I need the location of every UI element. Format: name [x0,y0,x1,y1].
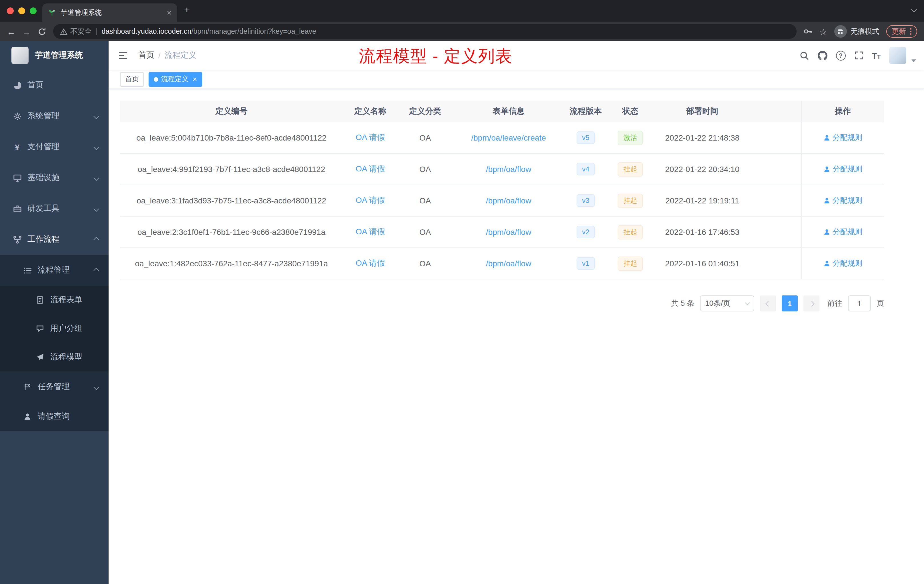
chrome-update-button[interactable]: 更新 [886,25,917,38]
sidebar-item-task-management[interactable]: 任务管理 [0,371,109,402]
breadcrumb: 首页 / 流程定义 [138,50,196,61]
assign-rule-link[interactable]: 分配规则 [823,195,862,206]
form-info-link[interactable]: /bpm/oa/flow [486,196,531,205]
new-tab-button[interactable]: + [184,5,190,16]
form-info-link[interactable]: /bpm/oa/flow [486,228,531,237]
definition-id: oa_leave:2:3c1f0ef1-76b1-11ec-9c66-a2380… [120,216,343,247]
column-header: 表单信息 [452,101,564,122]
definition-name-link[interactable]: OA 请假 [356,227,385,237]
tab-search-chevron-icon[interactable] [911,7,917,12]
prev-page-button[interactable] [760,295,776,312]
reload-button[interactable] [38,27,46,36]
address-bar[interactable]: 不安全 | dashboard.yudao.iocoder.cn/bpm/man… [53,24,797,39]
assign-rule-label: 分配规则 [833,227,862,237]
tag-close-icon[interactable]: × [193,76,197,83]
tab-title: 芋道管理系统 [61,8,162,17]
window-zoom-button[interactable] [30,7,36,14]
user-icon [823,260,830,267]
page-unit-label: 页 [876,298,884,308]
browser-tab-strip: 芋道管理系统 × + [0,0,924,22]
sidebar-item-system[interactable]: 系统管理 [0,101,109,132]
sidebar-item-process-model[interactable]: 流程模型 [0,343,109,371]
security-label: 不安全 [70,26,92,36]
definition-id: oa_leave:3:1fad3d93-7b75-11ec-a3c8-acde4… [120,185,343,216]
help-icon[interactable]: ? [836,51,845,60]
incognito-label: 无痕模式 [851,26,879,36]
current-page-button[interactable]: 1 [782,295,798,312]
chevron-down-icon [93,206,99,211]
hamburger-icon[interactable] [118,50,128,61]
column-header: 定义编号 [120,101,343,122]
definition-name-link[interactable]: OA 请假 [356,195,385,206]
sidebar-item-label: 研发工具 [27,203,59,214]
incognito-icon [834,25,846,38]
chevron-down-icon [93,144,99,150]
flag-icon [23,383,32,391]
menu-dots-icon[interactable] [910,28,911,35]
tag-process-definition[interactable]: 流程定义 × [148,72,202,87]
column-header: 定义名称 [343,101,398,122]
definition-name-link[interactable]: OA 请假 [356,258,385,269]
tag-home[interactable]: 首页 [120,72,144,87]
page-size-value: 10条/页 [705,298,730,308]
form-info-link[interactable]: /bpm/oa/flow [486,165,531,174]
tab-close-icon[interactable]: × [167,8,172,16]
github-icon[interactable] [817,51,827,60]
goto-page-input[interactable] [848,295,871,312]
form-info-link[interactable]: /bpm/oa/flow [486,259,531,268]
fullscreen-icon[interactable] [854,51,863,60]
assign-rule-label: 分配规则 [833,164,862,174]
definition-name-link[interactable]: OA 请假 [356,164,385,174]
window-close-button[interactable] [7,7,14,14]
bookmark-star-icon[interactable]: ☆ [819,27,827,36]
yen-icon: ¥ [13,142,22,152]
avatar[interactable] [889,47,906,64]
assign-rule-link[interactable]: 分配规则 [823,227,862,237]
avatar-caret-icon[interactable] [911,59,916,62]
page-size-select[interactable]: 10条/页 [700,295,754,312]
warning-icon [60,28,68,35]
next-page-button[interactable] [804,295,819,312]
assign-rule-link[interactable]: 分配规则 [823,258,862,269]
url-separator: | [96,27,98,35]
chevron-down-icon [93,175,99,181]
assign-rule-link[interactable]: 分配规则 [823,164,862,174]
chevron-down-icon [93,384,99,390]
status-badge: 激活 [618,130,643,145]
password-key-icon[interactable] [804,27,813,36]
definition-id: oa_leave:5:004b710b-7b8a-11ec-8ef0-acde4… [120,122,343,153]
sidebar-item-process-form[interactable]: 流程表单 [0,286,109,314]
status-badge: 挂起 [618,162,643,176]
sidebar-item-workflow[interactable]: 工作流程 [0,224,109,255]
column-header: 操作 [801,101,884,122]
sidebar-item-infrastructure[interactable]: 基础设施 [0,162,109,193]
sidebar-item-process-management[interactable]: 流程管理 [0,255,109,286]
assign-rule-link[interactable]: 分配规则 [823,133,862,143]
column-header: 状态 [607,101,654,122]
sidebar-item-label: 流程表单 [50,295,82,305]
breadcrumb-home[interactable]: 首页 [138,50,154,61]
forward-button[interactable]: → [22,27,31,36]
security-chip[interactable]: 不安全 [60,26,92,36]
toolbar-right: ☆ 无痕模式 更新 [804,25,917,38]
font-size-icon[interactable]: TT [872,51,881,60]
url-text[interactable]: dashboard.yudao.iocoder.cn/bpm/manager/d… [102,27,316,35]
status-badge: 挂起 [618,225,643,239]
definition-name-link[interactable]: OA 请假 [356,133,385,143]
version-badge: v1 [576,257,595,270]
breadcrumb-separator: / [158,51,160,60]
form-info-link[interactable]: /bpm/oa/leave/create [471,133,546,142]
search-icon[interactable] [799,51,809,60]
back-button[interactable]: ← [7,27,15,36]
sidebar-item-label: 支付管理 [27,142,59,152]
sidebar-item-payment[interactable]: ¥ 支付管理 [0,132,109,162]
sidebar-item-home[interactable]: 首页 [0,70,109,101]
browser-tab[interactable]: 芋道管理系统 × [42,3,177,22]
table-row: oa_leave:5:004b710b-7b8a-11ec-8ef0-acde4… [120,122,884,154]
sidebar-item-leave-query[interactable]: 请假查询 [0,402,109,431]
browser-toolbar: ← → 不安全 | dashboard.yudao.iocoder.cn/bpm… [0,22,924,41]
deploy-time: 2022-01-22 20:34:10 [654,154,751,185]
sidebar-item-user-group[interactable]: 用户分组 [0,314,109,343]
window-minimize-button[interactable] [18,7,25,14]
sidebar-item-devtools[interactable]: 研发工具 [0,193,109,224]
